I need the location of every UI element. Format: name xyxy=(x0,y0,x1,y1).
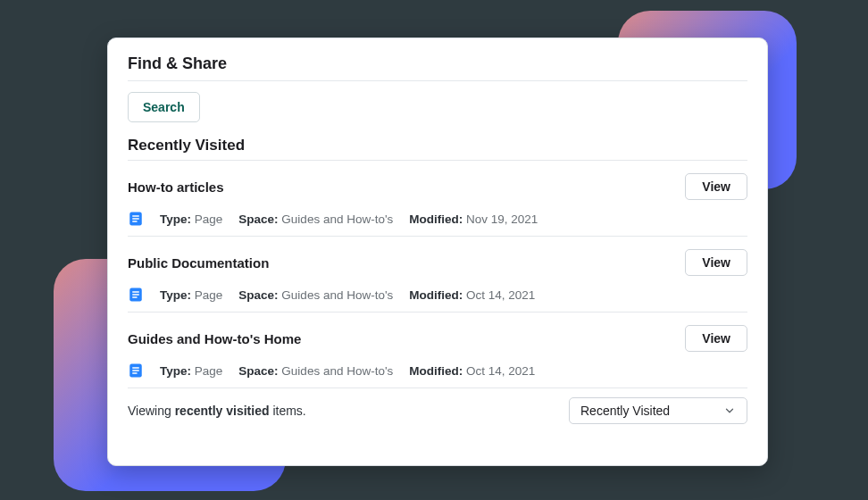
meta-space-value: Guides and How-to's xyxy=(281,364,393,378)
document-icon xyxy=(128,287,144,303)
footer-suffix: items. xyxy=(270,404,306,418)
meta-modified-label: Modified: xyxy=(409,288,463,302)
item-title: How-to articles xyxy=(128,179,224,195)
meta-space-label: Space: xyxy=(238,212,278,226)
meta-modified-label: Modified: xyxy=(409,364,463,378)
svg-rect-2 xyxy=(132,218,139,220)
svg-rect-11 xyxy=(132,372,137,374)
section-title: Recently Visited xyxy=(128,137,747,161)
svg-rect-6 xyxy=(132,294,139,296)
filter-select[interactable]: Recently Visited xyxy=(569,397,747,424)
document-icon xyxy=(128,362,144,379)
document-icon xyxy=(128,211,144,227)
meta-space-label: Space: xyxy=(238,364,278,378)
list-item: How-to articles View Type: Page Space: G… xyxy=(128,161,747,237)
svg-rect-7 xyxy=(132,296,137,298)
footer-row: Viewing recently visitied items. Recentl… xyxy=(128,388,747,424)
meta-type-label: Type: xyxy=(160,212,191,226)
list-item: Guides and How-to's Home View Type: Page… xyxy=(128,312,747,388)
svg-rect-3 xyxy=(132,221,137,222)
meta-modified-value: Nov 19, 2021 xyxy=(466,212,538,226)
meta-space-label: Space: xyxy=(238,288,278,302)
meta-type-value: Page xyxy=(195,288,223,302)
meta-space-value: Guides and How-to's xyxy=(281,288,393,302)
view-button[interactable]: View xyxy=(685,325,747,352)
meta-space-value: Guides and How-to's xyxy=(281,212,393,226)
footer-prefix: Viewing xyxy=(128,404,175,418)
meta-modified-value: Oct 14, 2021 xyxy=(466,288,535,302)
footer-bold: recently visitied xyxy=(175,404,270,418)
svg-rect-9 xyxy=(132,367,139,369)
meta-type-label: Type: xyxy=(160,288,191,302)
item-title: Guides and How-to's Home xyxy=(128,331,301,346)
search-row: Search xyxy=(128,81,747,137)
meta-type-value: Page xyxy=(195,212,223,226)
meta-type-label: Type: xyxy=(160,364,191,378)
svg-rect-1 xyxy=(132,215,139,217)
meta-modified-value: Oct 14, 2021 xyxy=(466,364,535,378)
search-button[interactable]: Search xyxy=(128,92,200,122)
item-title: Public Documentation xyxy=(128,255,269,271)
view-button[interactable]: View xyxy=(685,173,747,200)
svg-rect-10 xyxy=(132,370,139,371)
filter-select-label: Recently Visited xyxy=(580,404,670,418)
chevron-down-icon xyxy=(723,404,736,417)
meta-modified-label: Modified: xyxy=(409,212,463,226)
view-button[interactable]: View xyxy=(685,249,747,276)
panel-title: Find & Share xyxy=(128,54,747,81)
meta-type-value: Page xyxy=(195,364,223,378)
list-item: Public Documentation View Type: Page Spa… xyxy=(128,237,747,312)
footer-status: Viewing recently visitied items. xyxy=(128,404,306,418)
svg-rect-5 xyxy=(132,291,139,293)
find-share-panel: Find & Share Search Recently Visited How… xyxy=(107,38,768,466)
